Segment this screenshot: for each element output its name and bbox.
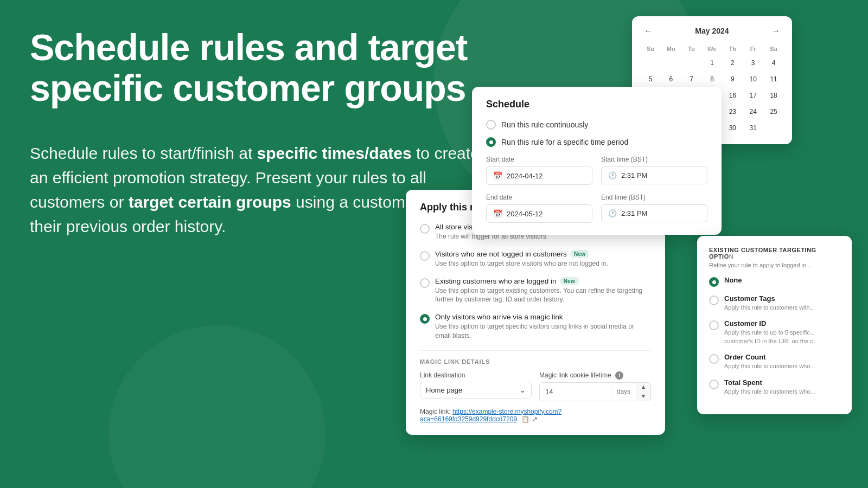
radio-id[interactable] <box>709 320 719 330</box>
customer-option-tags[interactable]: Customer Tags Apply this rule to custome… <box>709 294 840 312</box>
cal-day-10[interactable]: 10 <box>745 72 761 87</box>
schedule-specific-label: Run this rule for a specific time period <box>501 138 628 146</box>
end-date-field: End date 📅 2024-05-12 <box>486 194 592 223</box>
cal-day-2[interactable]: 2 <box>725 55 740 70</box>
cookie-lifetime-value: 14 <box>540 384 611 400</box>
cal-day-3[interactable]: 3 <box>745 55 761 70</box>
main-heading: Schedule rules and target specific custo… <box>30 27 480 108</box>
radio-order-count[interactable] <box>709 354 719 364</box>
apply-option-magic-desc: Use this option to target specific visit… <box>435 322 651 341</box>
info-icon: i <box>615 371 623 380</box>
magic-link-label: Magic link: <box>420 408 452 415</box>
cal-day-4[interactable]: 4 <box>766 55 781 70</box>
cal-day-6[interactable]: 6 <box>663 72 679 87</box>
cal-header-sa: Sa <box>764 43 783 54</box>
cal-day-31[interactable]: 31 <box>745 120 761 136</box>
cookie-lifetime-label: Magic link cookie lifetime i <box>539 371 651 380</box>
apply-option-existing[interactable]: Existing customers who are logged in New… <box>420 277 651 305</box>
end-date-value: 2024-05-12 <box>507 210 543 218</box>
fade-overlay <box>835 236 852 414</box>
cal-day <box>766 120 781 136</box>
start-date-input[interactable]: 📅 2024-04-12 <box>486 166 592 185</box>
start-time-input[interactable]: 🕐 2:31 PM <box>601 166 707 184</box>
schedule-option-continuous[interactable]: Run this rule continuously <box>486 120 707 130</box>
schedule-continuous-label: Run this rule continuously <box>501 120 588 129</box>
radio-tags[interactable] <box>709 296 719 305</box>
cal-header-we: We <box>703 43 722 54</box>
magic-link-row: Link destination Home page ⌄ Magic link … <box>420 371 651 401</box>
customer-option-order-count-content: Order Count Apply this rule to customers… <box>724 353 815 370</box>
sub-bold1: specific times/dates <box>257 144 412 162</box>
cookie-lifetime-increment[interactable]: ▲ <box>636 383 650 392</box>
customer-option-tags-desc: Apply this rule to customers with... <box>724 304 815 312</box>
customer-option-none-content: None <box>724 276 742 285</box>
cookie-lifetime-input[interactable]: 14 days ▲ ▼ <box>539 382 651 401</box>
apply-option-not-logged[interactable]: Visitors who are not logged in customers… <box>420 250 651 268</box>
customer-option-id[interactable]: Customer ID Apply this rule to up to 5 s… <box>709 319 840 345</box>
radio-all-visitors[interactable] <box>420 224 430 234</box>
customer-targeting-title: EXISTING CUSTOMER TARGETING OPTION <box>709 247 840 260</box>
customer-option-order-count-label: Order Count <box>724 353 815 361</box>
customer-option-order-count[interactable]: Order Count Apply this rule to customers… <box>709 353 840 370</box>
customer-option-total-spent-label: Total Spent <box>724 378 815 387</box>
cal-day-23[interactable]: 23 <box>725 104 740 119</box>
calendar-prev-button[interactable]: ← <box>641 25 656 37</box>
bg-decoration-2 <box>108 325 326 488</box>
cal-day-5[interactable]: 5 <box>643 72 658 87</box>
start-date-field: Start date 📅 2024-04-12 <box>486 156 592 185</box>
radio-none[interactable] <box>709 277 719 287</box>
radio-specific[interactable] <box>486 137 496 147</box>
cal-day <box>643 55 658 70</box>
schedule-option-specific[interactable]: Run this rule for a specific time period <box>486 137 707 147</box>
customer-option-total-spent[interactable]: Total Spent Apply this rule to customers… <box>709 378 840 396</box>
cal-day-17[interactable]: 17 <box>745 88 761 103</box>
end-date-input[interactable]: 📅 2024-05-12 <box>486 204 592 223</box>
copy-icon[interactable]: 📋 <box>521 415 529 423</box>
apply-option-existing-content: Existing customers who are logged in New… <box>435 277 651 305</box>
clock-icon-2: 🕐 <box>608 209 617 217</box>
end-time-label: End time (BST) <box>601 194 707 201</box>
radio-magic[interactable] <box>420 314 430 324</box>
radio-total-spent[interactable] <box>709 380 719 389</box>
calendar-header: ← May 2024 → <box>641 25 783 37</box>
calendar-next-button[interactable]: → <box>768 25 783 37</box>
cal-day-25[interactable]: 25 <box>766 104 781 119</box>
customer-option-none[interactable]: None <box>709 276 840 287</box>
radio-not-logged[interactable] <box>420 251 430 261</box>
customer-targeting-card: EXISTING CUSTOMER TARGETING OPTION Refin… <box>697 236 852 414</box>
cal-day-16[interactable]: 16 <box>725 88 740 103</box>
start-time-value: 2:31 PM <box>621 171 647 179</box>
customer-option-none-label: None <box>724 276 742 284</box>
cookie-lifetime-field: Magic link cookie lifetime i 14 days ▲ ▼ <box>539 371 651 401</box>
radio-continuous[interactable] <box>486 120 496 130</box>
link-dest-select[interactable]: Home page ⌄ <box>420 382 532 399</box>
apply-option-magic[interactable]: Only visitors who arrive via a magic lin… <box>420 313 651 341</box>
start-time-field: Start time (BST) 🕐 2:31 PM <box>601 156 707 185</box>
cal-day-18[interactable]: 18 <box>766 88 781 103</box>
cookie-lifetime-decrement[interactable]: ▼ <box>636 392 650 401</box>
cal-day-11[interactable]: 11 <box>766 72 781 87</box>
apply-option-existing-label: Existing customers who are logged in New <box>435 277 651 285</box>
end-time-value: 2:31 PM <box>621 209 647 217</box>
apply-option-not-logged-label: Visitors who are not logged in customers… <box>435 250 608 258</box>
cal-day-7[interactable]: 7 <box>684 72 699 87</box>
cal-day-24[interactable]: 24 <box>745 104 761 119</box>
cal-day-8[interactable]: 8 <box>704 72 719 87</box>
calendar-icon-2: 📅 <box>493 209 502 218</box>
apply-option-magic-content: Only visitors who arrive via a magic lin… <box>435 313 651 341</box>
customer-option-order-count-desc: Apply this rule to customers who... <box>724 362 815 370</box>
apply-radio-group: All store visitors The rule will trigger… <box>420 223 651 341</box>
cal-header-fr: Fr <box>743 43 763 54</box>
end-time-input[interactable]: 🕐 2:31 PM <box>601 204 707 222</box>
cal-day-1[interactable]: 1 <box>704 55 719 70</box>
cal-header-th: Th <box>723 43 742 54</box>
cal-day-30[interactable]: 30 <box>725 120 740 136</box>
cal-day <box>684 55 699 70</box>
cal-header-tu: Tu <box>682 43 701 54</box>
external-link-icon[interactable]: ↗ <box>532 415 538 423</box>
link-dest-value: Home page <box>426 386 462 394</box>
radio-existing[interactable] <box>420 278 430 288</box>
customer-targeting-subtitle: Refine your rule to apply to logged in..… <box>709 262 840 268</box>
apply-option-not-logged-desc: Use this option to target store visitors… <box>435 259 608 268</box>
cal-day-9[interactable]: 9 <box>725 72 740 87</box>
